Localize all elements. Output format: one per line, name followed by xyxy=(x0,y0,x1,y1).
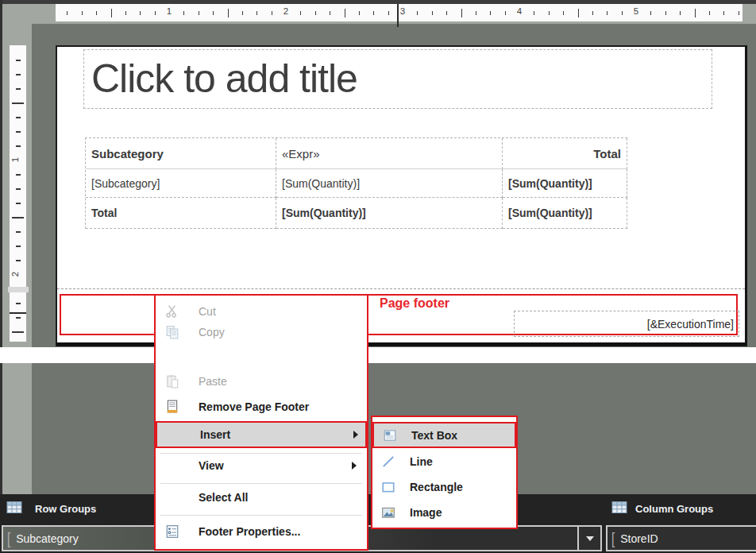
h-ruler-tick xyxy=(111,9,112,17)
table-cell[interactable]: [Subcategory] xyxy=(86,169,276,198)
h-ruler-tick xyxy=(373,11,374,15)
v-ruler-tick xyxy=(16,303,21,304)
row-group-item-label: Subcategory xyxy=(16,532,79,545)
submenu-item-text-box[interactable]: Text Box xyxy=(372,422,516,448)
horizontal-ruler: 12345 xyxy=(56,4,742,21)
submenu-arrow-icon xyxy=(353,431,358,439)
table-cell[interactable]: Total xyxy=(86,198,276,229)
h-ruler-tick xyxy=(665,11,666,15)
page-footer-label: Page footer xyxy=(380,296,449,311)
menu-item-label: Paste xyxy=(199,375,227,388)
column-groups-title: Column Groups xyxy=(635,503,713,515)
h-ruler-tick xyxy=(256,11,257,15)
submenu-item-rectangle[interactable]: Rectangle xyxy=(372,476,516,498)
menu-item-remove-page-footer[interactable]: Remove Page Footer xyxy=(156,396,367,418)
h-ruler-tick xyxy=(155,11,156,15)
vertical-ruler: 12 xyxy=(10,45,26,342)
h-ruler-tick xyxy=(709,11,710,15)
h-ruler-tick xyxy=(388,11,389,15)
table-cell[interactable]: [Sum(Quantity)] xyxy=(276,169,503,198)
submenu-item-image[interactable]: Image xyxy=(372,501,516,524)
submenu-item-line[interactable]: Line xyxy=(372,451,516,473)
h-ruler-tick xyxy=(82,11,83,15)
h-ruler-tick xyxy=(680,11,681,15)
menu-separator xyxy=(160,483,362,484)
h-ruler-number: 4 xyxy=(517,6,522,16)
h-ruler-tick xyxy=(67,11,68,15)
row-group-dropdown-button[interactable] xyxy=(577,527,600,550)
h-ruler-tick xyxy=(505,11,506,15)
submenu-item-label: Image xyxy=(410,506,442,519)
h-ruler-tick xyxy=(461,9,462,17)
submenu-item-label: Rectangle xyxy=(410,481,463,493)
v-ruler-tick xyxy=(16,231,21,233)
h-ruler-tick xyxy=(490,11,491,15)
h-ruler-tick xyxy=(213,11,214,15)
scissors-icon xyxy=(164,303,181,320)
v-ruler-tick xyxy=(16,317,21,319)
submenu-item-label: Text Box xyxy=(411,429,457,442)
h-ruler-tick xyxy=(300,11,301,15)
table-cell[interactable]: [Sum(Quantity)] xyxy=(503,169,627,198)
h-ruler-tick xyxy=(125,11,126,15)
paste-icon xyxy=(164,373,181,390)
v-ruler-tick xyxy=(16,74,21,75)
execution-time-textbox[interactable]: [&ExecutionTime] xyxy=(514,311,739,337)
copy-icon xyxy=(164,323,181,341)
table-cell[interactable]: «Expr» xyxy=(276,138,503,169)
h-ruler-tick xyxy=(592,11,593,15)
page-footer-divider xyxy=(57,288,745,289)
h-ruler-tick xyxy=(563,11,564,15)
menu-item-label: Copy xyxy=(199,326,225,338)
v-ruler-tick xyxy=(16,131,21,133)
v-ruler-tick xyxy=(12,102,24,104)
report-designer-canvas: 12345 12 Click to add title Subcategory«… xyxy=(0,0,756,553)
report-title-placeholder[interactable]: Click to add title xyxy=(83,49,712,109)
menu-item-label: Cut xyxy=(199,305,216,318)
menu-item-insert[interactable]: Insert xyxy=(156,421,367,448)
v-ruler-tick xyxy=(16,203,21,204)
column-group-item-label: StoreID xyxy=(620,532,658,545)
v-ruler-tick xyxy=(16,246,21,247)
table-cell[interactable]: Subcategory xyxy=(86,138,276,169)
v-ruler-tick xyxy=(12,331,24,333)
menu-separator xyxy=(160,515,362,516)
image-icon xyxy=(380,504,397,521)
h-ruler-tick xyxy=(607,11,608,15)
h-ruler-number: 5 xyxy=(634,6,638,16)
horizontal-ruler-position-indicator xyxy=(397,4,399,27)
column-groups-grid-icon xyxy=(611,501,627,517)
vertical-ruler-position-indicator xyxy=(10,312,26,314)
h-ruler-tick xyxy=(476,11,476,15)
menu-item-label: Select All xyxy=(199,491,249,504)
vertical-ruler-footer-marker xyxy=(8,287,29,292)
row-groups-grid-icon xyxy=(6,501,22,517)
h-ruler-tick xyxy=(578,9,579,17)
tablix-table: Subcategory«Expr»Total[Subcategory][Sum(… xyxy=(85,137,627,229)
h-ruler-tick xyxy=(96,11,97,15)
menu-item-footer-properties[interactable]: Footer Properties... xyxy=(156,520,367,543)
v-ruler-tick xyxy=(16,188,21,190)
menu-item-label: Remove Page Footer xyxy=(199,400,309,413)
table-cell[interactable]: [Sum(Quantity)] xyxy=(503,198,627,229)
h-ruler-tick xyxy=(432,11,433,15)
v-ruler-tick xyxy=(16,60,21,61)
h-ruler-tick xyxy=(345,9,345,17)
submenu-item-label: Line xyxy=(410,455,433,468)
h-ruler-tick xyxy=(549,11,550,15)
h-ruler-tick xyxy=(446,11,447,15)
menu-item-copy: Copy xyxy=(156,321,367,343)
h-ruler-tick xyxy=(199,11,199,15)
h-ruler-tick xyxy=(242,11,243,15)
h-ruler-tick xyxy=(695,9,696,17)
h-ruler-tick xyxy=(417,11,418,15)
menu-item-view[interactable]: View xyxy=(156,454,367,477)
table-cell[interactable]: [Sum(Quantity)] xyxy=(276,198,503,229)
rectangle-icon xyxy=(380,478,397,496)
line-icon xyxy=(380,453,397,470)
v-ruler-number: 2 xyxy=(10,272,20,276)
v-ruler-tick xyxy=(12,217,24,218)
column-group-item-storeid[interactable]: [ StoreID xyxy=(606,525,756,551)
menu-item-select-all[interactable]: Select All xyxy=(156,486,367,509)
table-cell[interactable]: Total xyxy=(503,138,627,169)
